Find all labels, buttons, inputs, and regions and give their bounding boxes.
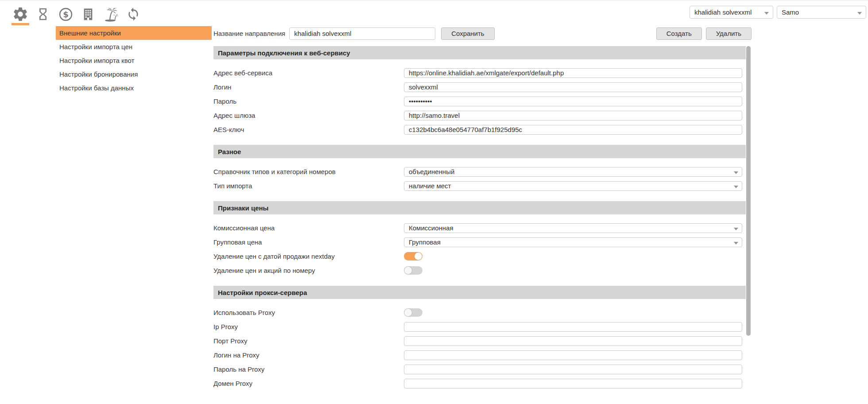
field-label: Порт Proxy <box>213 337 404 345</box>
hourglass-icon <box>36 7 50 21</box>
section-header: Настройки прокси-сервера <box>213 286 746 299</box>
sidebar-item-label: Внешние настройки <box>59 29 121 37</box>
toolbar-button-palms[interactable] <box>103 6 119 23</box>
form-row: Справочник типов и категорий номеровобъе… <box>213 167 752 176</box>
form-row: Групповая ценаГрупповая <box>213 237 752 247</box>
dropdown-value: объединенный <box>409 168 454 175</box>
top-toolbar: $ khalidiah solvexxml Samo <box>0 0 868 26</box>
sidebar-item-3[interactable]: Настройки бронирования <box>56 67 212 81</box>
sidebar-item-1[interactable]: Настройки импорта цен <box>56 40 212 54</box>
form-row: Пароль <box>213 97 752 106</box>
section-header: Параметры подключения к веб-сервису <box>213 46 746 59</box>
field-label: Удаление цен и акций по номеру <box>213 267 404 274</box>
field-label: Тип импорта <box>213 182 404 190</box>
toolbar-button-dollar[interactable]: $ <box>58 6 74 23</box>
text-input[interactable] <box>404 68 742 78</box>
direction-combobox-value: khalidiah solvexxml <box>694 8 752 16</box>
sidebar-item-4[interactable]: Настройки базы данных <box>56 81 212 95</box>
text-input[interactable] <box>404 322 742 332</box>
toggle-knob <box>415 252 422 260</box>
toggle-switch[interactable] <box>404 252 422 260</box>
direction-name-label: Название направления <box>213 30 285 37</box>
form-row: Адрес шлюза <box>213 111 752 120</box>
chevron-down-icon <box>734 238 738 246</box>
form-section: РазноеСправочник типов и категорий номер… <box>213 145 752 190</box>
toggle-knob <box>404 309 412 316</box>
palms-icon <box>102 6 119 23</box>
toggle-knob <box>404 267 412 274</box>
form-row: Логин на Proxy <box>213 350 752 360</box>
field-label: Адрес веб-сервиса <box>213 69 404 77</box>
settings-page: $ khalidiah solvexxml Samo Внешние настр… <box>0 0 868 404</box>
field-label: Адрес шлюза <box>213 112 404 119</box>
sidebar-item-label: Настройки импорта квот <box>59 57 134 64</box>
direction-combobox[interactable]: khalidiah solvexxml <box>690 6 773 19</box>
chevron-down-icon <box>857 8 862 16</box>
dropdown[interactable]: наличие мест <box>404 181 742 191</box>
dropdown[interactable]: объединенный <box>404 167 742 177</box>
chevron-down-icon <box>734 182 738 190</box>
form-row: Логин <box>213 82 752 92</box>
operator-combobox[interactable]: Samo <box>777 6 866 19</box>
sidebar-item-0[interactable]: Внешние настройки <box>56 26 212 40</box>
field-label: Пароль на Proxy <box>213 365 404 373</box>
dropdown[interactable]: Комиссионная <box>404 223 742 233</box>
field-label: Комиссионная цена <box>213 224 404 232</box>
text-input[interactable] <box>404 379 742 388</box>
dropdown[interactable]: Групповая <box>404 237 742 247</box>
form-row: AES-ключ <box>213 125 752 134</box>
text-input[interactable] <box>404 82 742 92</box>
toolbar-icon-group: $ <box>12 6 141 23</box>
toggle-switch[interactable] <box>404 266 422 275</box>
toolbar-button-gear[interactable] <box>12 6 28 23</box>
form-row: Порт Proxy <box>213 336 752 346</box>
toolbar-button-building[interactable] <box>80 6 96 23</box>
password-input[interactable] <box>404 97 742 106</box>
field-label: Ip Proxy <box>213 323 404 330</box>
dropdown-value: Групповая <box>409 238 441 246</box>
field-label: Справочник типов и категорий номеров <box>213 168 404 175</box>
delete-button[interactable]: Удалить <box>706 27 752 40</box>
text-input[interactable] <box>404 365 742 374</box>
text-input[interactable] <box>404 111 742 120</box>
form-row: Домен Proxy <box>213 379 752 388</box>
sidebar-item-2[interactable]: Настройки импорта квот <box>56 54 212 67</box>
form-row: Использовать Proxy <box>213 308 752 317</box>
field-label: Логин <box>213 83 404 91</box>
form-section: Параметры подключения к веб-сервисуАдрес… <box>213 46 752 134</box>
form-row: Пароль на Proxy <box>213 365 752 374</box>
field-label: Логин на Proxy <box>213 351 404 359</box>
field-label: Групповая цена <box>213 238 404 246</box>
field-label: Удаление цен с датой продажи nextday <box>213 252 404 260</box>
text-input[interactable] <box>404 336 742 346</box>
settings-form: Название направления Сохранить Создать У… <box>213 27 752 393</box>
chevron-down-icon <box>764 8 769 16</box>
form-sections: Параметры подключения к веб-сервисуАдрес… <box>213 46 752 388</box>
dollar-icon: $ <box>58 7 74 22</box>
create-button[interactable]: Создать <box>656 27 702 40</box>
toolbar-button-sync[interactable] <box>125 6 141 23</box>
text-input[interactable] <box>404 125 742 135</box>
form-section: Настройки прокси-сервераИспользовать Pro… <box>213 286 752 388</box>
field-label: Использовать Proxy <box>213 309 404 316</box>
scrollbar-thumb[interactable] <box>746 46 751 336</box>
building-icon <box>81 7 95 21</box>
section-header: Признаки цены <box>213 201 746 214</box>
form-row: Комиссионная ценаКомиссионная <box>213 223 752 233</box>
field-label: AES-ключ <box>213 126 404 133</box>
scrollbar[interactable] <box>746 43 751 401</box>
section-header: Разное <box>213 145 746 158</box>
toolbar-button-hourglass[interactable] <box>35 6 51 23</box>
save-button[interactable]: Сохранить <box>441 27 495 40</box>
chevron-down-icon <box>734 224 738 232</box>
direction-name-input[interactable] <box>289 27 435 40</box>
text-input[interactable] <box>404 350 742 360</box>
field-label: Домен Proxy <box>213 380 404 387</box>
chevron-down-icon <box>734 168 738 175</box>
sidebar-item-label: Настройки бронирования <box>59 70 138 78</box>
settings-sidebar: Внешние настройкиНастройки импорта ценНа… <box>56 26 212 95</box>
toggle-switch[interactable] <box>404 308 422 317</box>
form-section: Признаки ценыКомиссионная ценаКомиссионн… <box>213 201 752 275</box>
dropdown-value: Комиссионная <box>409 224 453 232</box>
gear-icon <box>12 6 29 23</box>
